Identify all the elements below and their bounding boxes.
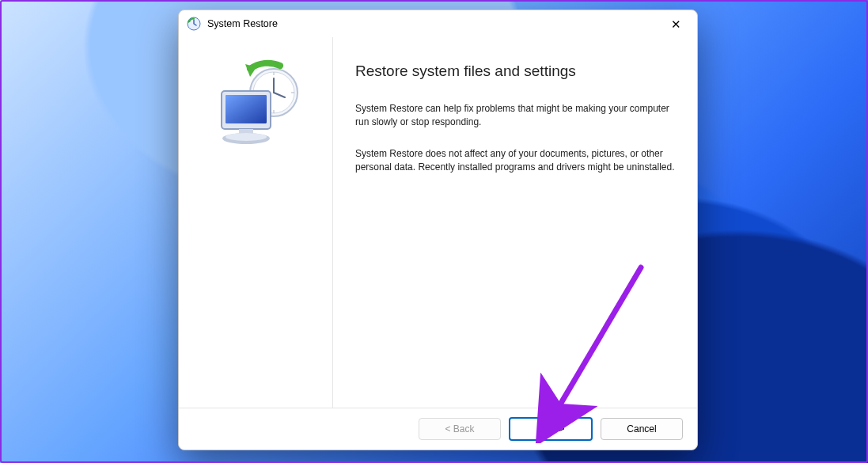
page-heading: Restore system files and settings	[355, 63, 677, 80]
system-restore-icon	[187, 17, 201, 31]
dialog-content: Restore system files and settings System…	[179, 37, 697, 408]
titlebar: System Restore ✕	[179, 10, 697, 37]
back-button: < Back	[419, 418, 501, 440]
next-button[interactable]: Next >	[509, 417, 593, 441]
svg-rect-13	[226, 95, 267, 123]
window-title: System Restore	[207, 18, 278, 29]
cancel-button[interactable]: Cancel	[601, 418, 683, 440]
wizard-main: Restore system files and settings System…	[333, 37, 697, 408]
intro-paragraph-2: System Restore does not affect any of yo…	[355, 147, 677, 175]
wizard-sidebar	[179, 37, 333, 408]
close-button[interactable]: ✕	[658, 12, 694, 36]
restore-illustration-icon	[204, 59, 307, 408]
close-icon: ✕	[671, 18, 681, 30]
svg-point-16	[226, 133, 267, 141]
wizard-footer: < Back Next > Cancel	[179, 408, 697, 450]
intro-paragraph-1: System Restore can help fix problems tha…	[355, 102, 677, 130]
system-restore-dialog: System Restore ✕	[178, 9, 698, 450]
